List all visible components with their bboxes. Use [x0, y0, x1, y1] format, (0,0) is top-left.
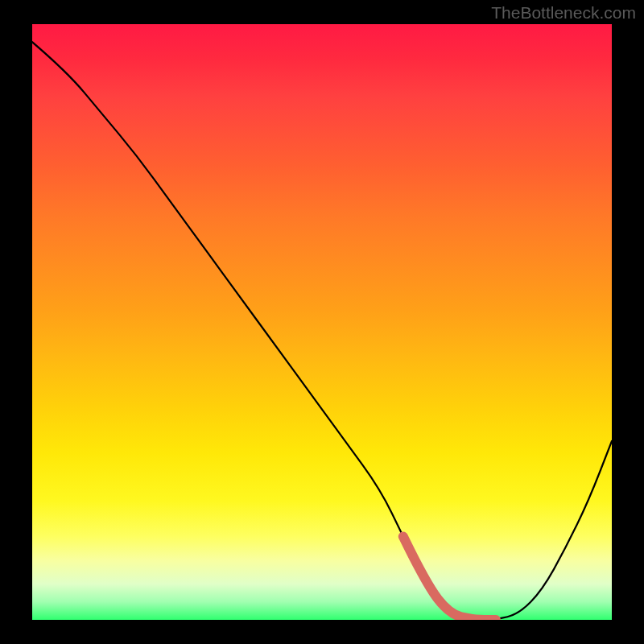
watermark-text: TheBottleneck.com	[491, 3, 636, 23]
highlight-segment	[403, 536, 496, 620]
bottleneck-curve	[32, 24, 612, 620]
curve-line	[32, 42, 612, 620]
chart-plot-area	[32, 24, 612, 620]
